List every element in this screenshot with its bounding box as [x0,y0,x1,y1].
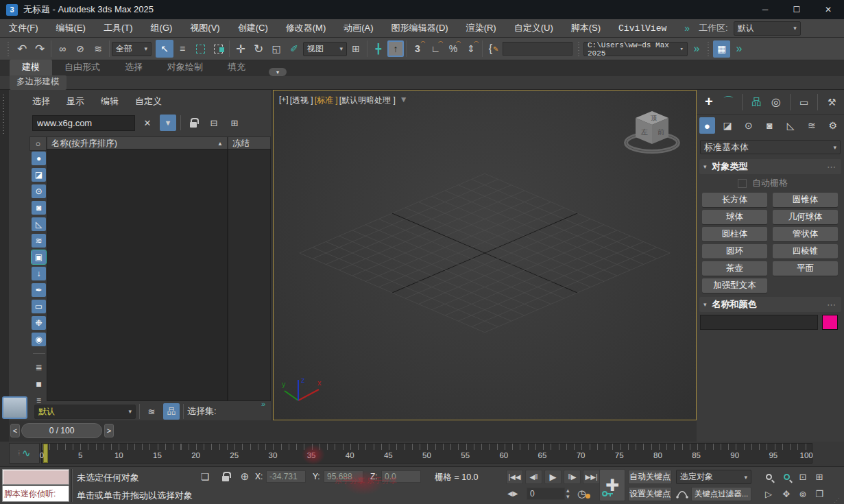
select-and-link-icon[interactable]: ∞ [53,40,71,58]
select-object-icon[interactable]: ↖ [156,40,173,58]
create-geosphere-button[interactable]: 几何球体 [773,210,838,224]
toolbar-overflow-chevron[interactable]: » [688,40,706,58]
collapse-tree-icon[interactable]: ⊞ [226,115,243,131]
toolbar-drag-handle[interactable] [8,41,11,56]
select-and-scale-icon[interactable]: ◱ [267,40,285,58]
mini-curve-editor-button[interactable]: ⁞ ∿ [9,443,40,464]
timeline-ruler[interactable]: 0 5 10 15 20 25 30 35 40 45 50 55 60 65 … [41,443,812,464]
select-and-manipulate-icon[interactable]: ╋ [370,40,387,58]
create-plane-button[interactable]: 平面 [773,261,838,276]
object-name-input[interactable] [700,315,818,330]
set-key-button[interactable]: 设置关键点 [628,487,672,501]
viewport-menu-shading[interactable]: [默认明暗处理 ] [339,95,396,106]
x-coord-field[interactable] [266,470,306,483]
create-pyramid-button[interactable]: 四棱锥 [773,244,838,259]
lights-category-icon[interactable]: ⊙ [740,117,758,134]
geometry-category-icon[interactable]: ● [699,117,715,134]
maxscript-mini-listener-input[interactable]: 脚本迷你侦听: [2,485,69,502]
ribbon-more-dropdown[interactable]: ▾ [269,68,287,76]
explorer-menu-display[interactable]: 显示 [58,93,93,110]
create-torus-button[interactable]: 圆环 [702,244,767,259]
next-frame-arrow[interactable]: > [104,424,114,437]
preset-dropdown[interactable]: 默认 ▾ [34,405,136,419]
menu-modifiers[interactable]: 修改器(M) [277,19,335,38]
perspective-viewport[interactable]: [+] [透视 ] [标准 ] [默认明暗处理 ] ▼ 顶 左 前 x y z [273,90,697,420]
minimize-button[interactable]: ─ [749,0,781,19]
explorer-menu-customize[interactable]: 自定义 [127,93,170,110]
window-crossing-icon[interactable] [209,40,227,58]
menu-customize[interactable]: 自定义(U) [505,19,562,38]
menu-create[interactable]: 创建(C) [229,19,277,38]
ribbon-tab-object-paint[interactable]: 对象绘制 [155,60,215,76]
key-filters-button[interactable]: 关键点过滤器... [691,487,751,501]
menu-views[interactable]: 视图(V) [181,19,228,38]
modify-tab-icon[interactable]: ⌒ [721,93,737,111]
expand-tree-icon[interactable]: ⊟ [206,115,222,131]
ribbon-tab-freeform[interactable]: 自由形式 [52,60,112,76]
create-box-button[interactable]: 长方体 [702,193,767,207]
selection-lock-icon[interactable] [218,470,233,483]
menu-scripting[interactable]: 脚本(S) [562,19,610,38]
maxscript-listener-output[interactable] [2,469,69,485]
isolate-selection-icon[interactable]: ❏ [197,470,213,483]
selection-filter-dropdown[interactable]: 全部 ▾ [112,42,152,56]
strip-list-view-icon[interactable]: ≣ [32,361,46,374]
frozen-column-area[interactable] [228,149,271,401]
select-and-rotate-icon[interactable]: ↻ [250,40,267,58]
menu-civilview[interactable]: CivilView [610,19,675,38]
explorer-menu-edit[interactable]: 编辑 [93,93,127,110]
ribbon-tab-modeling[interactable]: 建模 [10,60,52,76]
display-column-header-icon[interactable]: ○ [29,136,47,151]
create-sphere-button[interactable]: 球体 [702,210,767,224]
spinner-snap-icon[interactable]: ⇕ [462,40,480,58]
spacewarps-category-icon[interactable]: ≋ [804,117,821,134]
menu-rendering[interactable]: 渲染(R) [457,19,505,38]
hierarchy-tab-icon[interactable]: 品 [748,93,764,111]
resize-grip[interactable]: ⋰ [834,497,839,503]
select-and-move-icon[interactable]: ✛ [232,40,250,58]
cameras-category-icon[interactable]: ◙ [761,117,778,134]
ribbon-panel-polygon-modeling[interactable]: 多边形建模 [10,75,67,90]
percent-snap-icon[interactable]: % [444,40,462,58]
time-configuration-icon[interactable]: ◷ [577,488,586,500]
hierarchy-view-icon[interactable]: 品 [163,403,180,420]
y-coord-field[interactable] [324,470,363,483]
menu-file[interactable]: 文件(F) [0,19,47,38]
close-button[interactable]: ✕ [812,0,844,19]
explorer-list-area[interactable] [47,149,228,401]
use-pivot-center-icon[interactable]: ⊞ [347,40,365,58]
workspace-dropdown[interactable]: 默认 ▾ [734,21,801,36]
strip-blank-icon[interactable]: ■ [32,377,46,391]
create-cylinder-button[interactable]: 圆柱体 [702,227,767,241]
project-folder-dropdown[interactable]: C:\Users\ww⋯ds Max 2025 ▾ [583,42,688,56]
name-color-rollout-header[interactable]: ▾ 名称和颜色 ⋯ [699,297,841,312]
dock-tool-thumbnail[interactable] [2,396,27,419]
helpers-category-icon[interactable]: ◺ [782,117,799,134]
object-color-swatch[interactable] [822,315,838,330]
menu-overflow-chevron[interactable]: » [675,19,699,38]
toolbar-drag-handle[interactable] [708,41,711,56]
strip-containers-icon[interactable]: ▭ [32,300,46,313]
clear-search-icon[interactable]: ✕ [139,115,156,131]
menu-edit[interactable]: 编辑(E) [47,19,95,38]
go-to-end-button[interactable]: ▶▶| [583,470,600,484]
toolbar-overflow-chevron[interactable]: » [730,40,748,58]
coordinate-display-icon[interactable]: ⊕ [237,470,252,483]
viewport-menu-general[interactable]: [+] [279,95,289,106]
rectangular-selection-region-icon[interactable] [191,40,209,58]
toolbar-drag-handle[interactable] [578,41,581,56]
play-button[interactable]: ▶ [544,470,562,484]
menu-tools[interactable]: 工具(T) [95,19,142,38]
time-slider-handle[interactable]: 0 / 100 [21,423,102,438]
pan-icon[interactable]: ✥ [779,487,794,501]
keyboard-override-toggle-icon[interactable]: ↑ [387,40,404,57]
utilities-tab-icon[interactable]: ⚒ [823,93,840,111]
create-tube-button[interactable]: 管状体 [773,227,838,241]
go-to-start-button[interactable]: |◀◀ [506,470,523,484]
zoom-extents-icon[interactable]: ⊡ [795,470,810,483]
undo-icon[interactable]: ↶ [13,40,31,58]
angle-snap-icon[interactable]: ∟ [426,40,444,58]
explorer-drag-handle[interactable] [3,93,6,134]
create-cone-button[interactable]: 圆锥体 [773,193,838,207]
time-slider-track[interactable]: < 0 / 100 > [9,420,812,442]
